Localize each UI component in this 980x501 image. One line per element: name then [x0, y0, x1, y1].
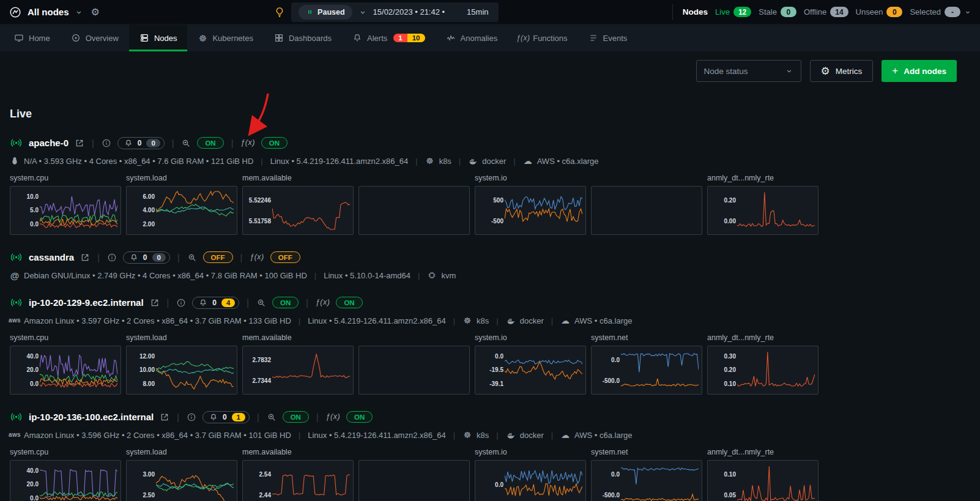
meta-segment: ☸k8s — [425, 156, 451, 166]
chart-card[interactable]: 6.004.002.00 — [126, 186, 237, 235]
chart-card[interactable]: 0.100.05 — [707, 460, 819, 501]
chart-title: mem.available — [242, 448, 354, 456]
magnifier-icon[interactable] — [256, 298, 266, 308]
meta-text: docker — [520, 316, 544, 325]
alerts-pill[interactable]: 00 — [123, 251, 170, 264]
alerts-pill[interactable]: 00 — [117, 137, 165, 149]
tab-dashboards[interactable]: Dashboards — [264, 24, 342, 51]
tab-functions[interactable]: ƒ(x)Functions — [508, 24, 577, 51]
space-name[interactable]: All nodes — [28, 7, 69, 17]
chart-card[interactable]: 10.05.00.0 — [10, 186, 121, 235]
node-name[interactable]: ip-10-20-129-9.ec2.internal — [29, 297, 144, 308]
chart-column: mem.available2.542.44 — [242, 448, 354, 501]
meta-text: N/A • 3.593 GHz • 4 Cores • x86_64 • 7.6… — [24, 157, 253, 166]
separator: | — [177, 253, 180, 262]
ml-status-pill[interactable]: ON — [272, 297, 299, 308]
chart-card[interactable]: 0.0-500.0 — [591, 460, 702, 501]
separator: | — [551, 431, 553, 440]
chart-card[interactable]: 2.542.44 — [242, 460, 354, 501]
magnifier-icon[interactable] — [187, 253, 197, 262]
bulb-icon[interactable] — [273, 6, 286, 18]
tab-nodes[interactable]: Nodes — [129, 24, 188, 51]
separator: | — [247, 298, 249, 308]
separator: | — [231, 138, 234, 148]
fn-status-pill[interactable]: ON — [336, 297, 362, 308]
chart-card[interactable]: 2.78322.7344 — [242, 346, 354, 395]
node-meta: awsAmazon Linux • 3.597 GHz • 2 Cores • … — [10, 316, 970, 325]
gear-icon[interactable]: ⚙ — [91, 6, 100, 18]
cloud-icon: ☁ — [523, 156, 533, 166]
node-name[interactable]: ip-10-20-136-100.ec2.internal — [29, 412, 154, 422]
metrics-button[interactable]: ⚙ Metrics — [810, 60, 874, 82]
tab-events[interactable]: Events — [578, 24, 638, 51]
ml-status-pill[interactable]: ON — [197, 137, 223, 149]
chart-card[interactable]: 40.020.00.0 — [10, 460, 121, 501]
chart-card[interactable]: 0.0-500.0 — [591, 346, 702, 395]
time-window[interactable]: 15min — [467, 7, 488, 17]
chart-card[interactable]: 500-500 — [475, 186, 586, 235]
chart-plot — [621, 350, 699, 390]
penguin-icon — [10, 156, 20, 166]
chart-column: system.net0.0-500.0 — [591, 448, 702, 501]
tick-label: 20.0 — [27, 366, 39, 373]
fn-status-pill[interactable]: ON — [346, 411, 373, 423]
node-state-stale[interactable]: Stale0 — [759, 7, 796, 17]
node-name[interactable]: cassandra — [29, 252, 74, 262]
ml-status-pill[interactable]: ON — [283, 411, 309, 423]
external-icon[interactable] — [75, 138, 84, 148]
magnifier-icon[interactable] — [267, 412, 277, 422]
chart-title: system.load — [126, 333, 237, 342]
meta-segment: @Debian GNU/Linux • 2.749 GHz • 4 Cores … — [10, 270, 307, 280]
info-icon[interactable] — [176, 298, 186, 308]
meta-text: kvm — [441, 271, 456, 280]
tab-overview[interactable]: Overview — [61, 24, 129, 51]
tab-kubernetes[interactable]: ☸Kubernetes — [187, 24, 264, 51]
chart-card[interactable]: 5.522465.51758 — [242, 186, 354, 235]
chart-card[interactable]: 40.020.00.0 — [10, 346, 121, 395]
tab-anomalies[interactable]: Anomalies — [436, 24, 508, 51]
fn-status-pill[interactable]: OFF — [270, 251, 300, 263]
chart-card[interactable]: 3.002.50 — [126, 460, 237, 501]
node-state-offline[interactable]: Offline14 — [804, 7, 848, 17]
selected-chevron-icon[interactable] — [964, 9, 971, 16]
ml-status-pill[interactable]: OFF — [203, 251, 233, 263]
node-state-unseen[interactable]: Unseen0 — [856, 7, 903, 17]
external-icon[interactable] — [150, 298, 160, 308]
home-icon — [14, 33, 24, 43]
node-state-live[interactable]: Live12 — [715, 7, 751, 17]
chart-plot — [40, 190, 117, 231]
chart-card[interactable]: 0.0-19.5-39.1 — [475, 346, 586, 395]
alerts-pill[interactable]: 04 — [192, 297, 239, 309]
chart-card[interactable]: 0.300.200.10 — [707, 346, 819, 395]
bell-icon — [124, 139, 133, 147]
add-nodes-button[interactable]: + Add nodes — [882, 60, 957, 82]
datetime-display[interactable]: 15/02/2023 • 21:42 • — [373, 7, 445, 17]
playback-chevron-icon[interactable] — [358, 8, 367, 17]
selected-filter[interactable]: Selected - — [910, 7, 971, 17]
bell-icon — [130, 253, 138, 262]
paused-button[interactable]: Paused — [299, 5, 352, 20]
chart-card[interactable]: 0.200.00 — [707, 186, 819, 235]
chart-title: mem.available — [242, 174, 354, 182]
magnifier-icon[interactable] — [181, 138, 191, 148]
external-icon[interactable] — [80, 253, 90, 262]
info-icon[interactable] — [107, 253, 117, 262]
fn-status-pill[interactable]: ON — [261, 137, 288, 149]
tick-label: 40.0 — [27, 353, 39, 360]
info-icon[interactable] — [102, 138, 111, 148]
chart-card[interactable]: 0.0 — [475, 460, 586, 501]
external-icon[interactable] — [160, 412, 169, 422]
critical-count: 0 — [138, 139, 142, 147]
chart-card[interactable]: 12.0010.008.00 — [126, 346, 237, 395]
node-status-select[interactable]: Node status — [696, 60, 801, 82]
node-name[interactable]: apache-0 — [29, 138, 69, 148]
k8s-icon: ☸ — [425, 156, 435, 166]
chevron-down-icon[interactable] — [75, 8, 83, 17]
info-icon[interactable] — [187, 412, 196, 422]
tab-alerts[interactable]: Alerts110 — [342, 24, 435, 51]
tab-home[interactable]: Home — [4, 24, 61, 51]
chart-column: system.io500-500 — [475, 174, 586, 235]
alerts-pill[interactable]: 01 — [202, 411, 250, 423]
node-row: ip-10-20-136-100.ec2.internal|01|ON|ƒ(x)… — [10, 410, 970, 501]
meta-segment: ☁AWS • c6a.large — [560, 430, 632, 440]
